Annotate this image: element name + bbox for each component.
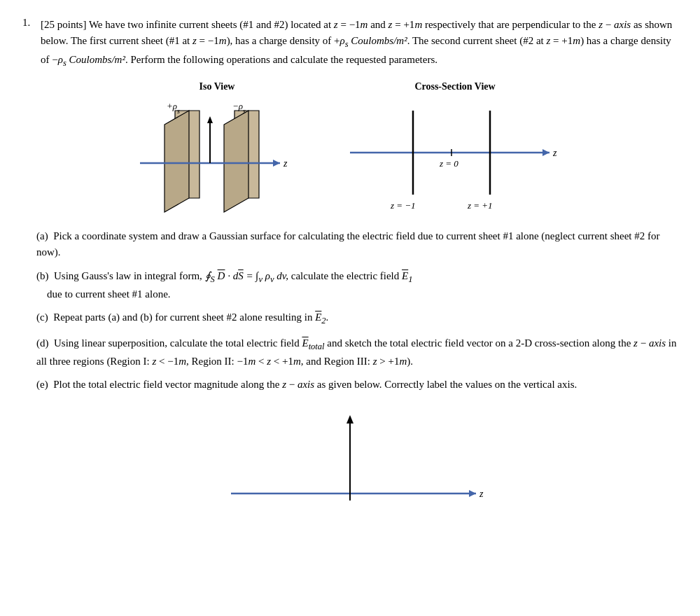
svg-text:z = 0: z = 0 [439,158,458,169]
svg-marker-24 [346,415,354,424]
svg-text:z = −1: z = −1 [390,200,416,211]
svg-marker-3 [224,111,248,212]
svg-text:z: z [283,158,288,169]
part-b: (b) Using Gauss's law in integral form, … [36,268,678,303]
part-c: (c) Repeat parts (a) and (b) for current… [36,309,678,328]
problem-header: 1. [25 points] We have two infinite curr… [22,17,678,70]
cross-section-block: Cross-Section View z z = 0 z = −1 z = +1 [343,81,567,216]
svg-marker-8 [207,116,213,123]
svg-text:z: z [552,148,557,158]
cross-section-svg: z z = 0 z = −1 z = +1 [343,97,567,216]
svg-text:+ρs: +ρs [167,101,180,115]
cross-section-label: Cross-Section View [414,81,495,92]
iso-view-svg: z +ρs −ρs [133,97,301,216]
bottom-graph-svg: z [210,410,490,522]
bottom-graph-container: z [22,410,678,522]
part-a: (a) Pick a coordinate system and draw a … [36,228,678,261]
points-label: [25 points] [41,19,86,30]
svg-text:z = +1: z = +1 [467,200,493,211]
svg-marker-1 [164,111,189,212]
problem-text: [25 points] We have two infinite current… [41,17,678,70]
svg-marker-5 [273,160,280,167]
svg-text:z: z [479,489,484,499]
problem-number: 1. [22,17,36,70]
part-d: (d) Using linear superposition, calculat… [36,335,678,370]
part-e: (e) Plot the total electric field vector… [36,377,678,393]
svg-marker-21 [469,490,476,497]
svg-marker-12 [542,149,550,156]
iso-view-block: Iso View z +ρs −ρs [133,81,301,216]
iso-view-label: Iso View [200,81,235,92]
diagrams-row: Iso View z +ρs −ρs Cross-Sect [22,81,678,216]
